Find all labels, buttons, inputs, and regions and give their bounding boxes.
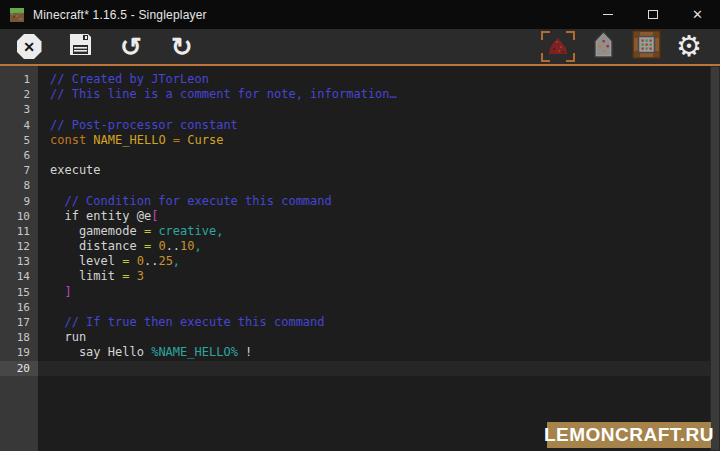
line-number: 16 (0, 300, 38, 315)
gutter: 1234567891011121314151617181920 (0, 66, 38, 451)
code-line[interactable] (50, 178, 720, 193)
line-number: 18 (0, 330, 38, 345)
code-line[interactable] (50, 148, 720, 163)
line-number: 10 (0, 209, 38, 224)
code-line[interactable]: execute (50, 163, 720, 178)
minecraft-grass-block-icon (9, 7, 25, 23)
code-line[interactable] (38, 361, 720, 376)
maximize-icon (648, 10, 658, 19)
code-editor: 1234567891011121314151617181920 // Creat… (0, 66, 720, 451)
toolbar: ✕ ↺ ↻ (0, 29, 720, 66)
code-line[interactable]: // Post-processor constant (50, 118, 720, 133)
cancel-button[interactable]: ✕ (14, 32, 44, 62)
line-number: 4 (0, 118, 38, 133)
line-number: 20 (0, 361, 38, 376)
code-line[interactable] (50, 102, 720, 117)
line-number: 12 (0, 239, 38, 254)
code-line[interactable]: gamemode = creative, (50, 224, 720, 239)
minimize-button[interactable] (585, 0, 630, 29)
line-number: 7 (0, 163, 38, 178)
toolbar-right-group: ⚙ (541, 32, 720, 62)
code-line[interactable] (50, 300, 720, 315)
settings-button[interactable]: ⚙ (674, 32, 704, 62)
line-number: 5 (0, 133, 38, 148)
window-controls: ✕ (585, 0, 720, 29)
code-line[interactable]: ] (50, 285, 720, 300)
vertical-scrollbar[interactable] (710, 66, 720, 451)
window-title: Minecraft* 1.16.5 - Singleplayer (33, 8, 207, 22)
line-number: 3 (0, 102, 38, 117)
redo-button[interactable]: ↻ (167, 32, 197, 62)
line-number: 13 (0, 254, 38, 269)
save-icon (68, 32, 93, 61)
code-line[interactable]: // If true then execute this command (50, 315, 720, 330)
code-line[interactable]: level = 0..25, (50, 254, 720, 269)
line-number: 19 (0, 345, 38, 360)
line-number: 2 (0, 87, 38, 102)
line-number: 11 (0, 224, 38, 239)
code-line[interactable]: const NAME_HELLO = Curse (50, 133, 720, 148)
code-line[interactable]: run (50, 330, 720, 345)
line-number: 6 (0, 148, 38, 163)
home-button[interactable] (588, 32, 618, 62)
scrollbar-thumb[interactable] (711, 67, 719, 450)
code-line[interactable]: // Condition for execute this command (50, 194, 720, 209)
close-icon: ✕ (692, 8, 703, 21)
undo-icon: ↺ (120, 34, 142, 60)
code-line[interactable]: if entity @e[ (50, 209, 720, 224)
line-number: 15 (0, 285, 38, 300)
save-button[interactable] (65, 32, 95, 62)
code-line[interactable]: distance = 0..10, (50, 239, 720, 254)
undo-button[interactable]: ↺ (116, 32, 146, 62)
redstone-icon (541, 31, 575, 62)
code-line[interactable]: // This line is a comment for note, info… (50, 87, 720, 102)
code-line[interactable]: limit = 3 (50, 269, 720, 284)
minimize-icon (603, 14, 613, 15)
line-number: 8 (0, 178, 38, 193)
redstone-button[interactable] (541, 32, 575, 62)
code-line[interactable]: say Hello %NAME_HELLO% ! (50, 345, 720, 360)
crafting-button[interactable] (631, 32, 661, 62)
cancel-icon: ✕ (17, 34, 42, 59)
line-number: 14 (0, 269, 38, 284)
maximize-button[interactable] (630, 0, 675, 29)
line-number: 9 (0, 194, 38, 209)
watermark-banner: LEMONCRAFT.RU (547, 422, 711, 448)
code-lines[interactable]: // Created by JTorLeon// This line is a … (38, 66, 720, 451)
home-icon (591, 31, 616, 62)
settings-gear-icon: ⚙ (676, 32, 702, 61)
code-line[interactable]: // Created by JTorLeon (50, 72, 720, 87)
title-bar: Minecraft* 1.16.5 - Singleplayer ✕ (0, 0, 720, 29)
crafting-table-icon (632, 30, 661, 63)
toolbar-left-group: ✕ ↺ ↻ (0, 32, 197, 62)
redo-icon: ↻ (171, 34, 193, 60)
line-number: 17 (0, 315, 38, 330)
line-number: 1 (0, 72, 38, 87)
app-window: Minecraft* 1.16.5 - Singleplayer ✕ ✕ (0, 0, 720, 451)
close-button[interactable]: ✕ (675, 0, 720, 29)
